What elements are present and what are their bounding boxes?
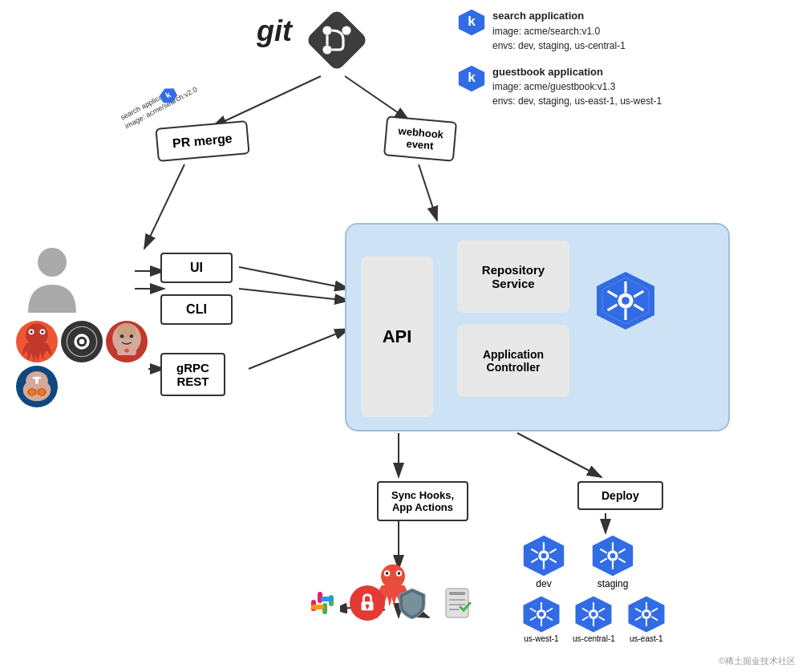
svg-point-51 — [29, 389, 36, 396]
svg-point-66 — [386, 572, 389, 575]
svg-point-67 — [398, 572, 401, 575]
webhook-box: webhook event — [383, 115, 457, 162]
ui-button: UI — [160, 253, 233, 283]
tool-avatar-jenkins — [106, 321, 148, 362]
diagram-container: git search application image: acme/searc… — [0, 0, 802, 672]
svg-point-35 — [41, 330, 43, 333]
svg-rect-79 — [449, 592, 465, 595]
svg-rect-77 — [367, 606, 368, 609]
search-k8s-icon: k — [457, 8, 486, 37]
svg-point-85 — [541, 553, 547, 559]
svg-point-30 — [38, 248, 67, 277]
svg-text:k: k — [468, 13, 476, 29]
svg-point-31 — [26, 323, 48, 346]
svg-point-38 — [79, 339, 85, 345]
pr-search-app-label: search application image: acme/search:v2… — [119, 77, 199, 132]
k8s-staging-label: staging — [597, 578, 629, 589]
cli-button: CLI — [160, 294, 233, 325]
checklist-icon — [439, 585, 475, 621]
svg-point-20 — [322, 26, 331, 34]
svg-line-3 — [144, 164, 184, 249]
svg-rect-73 — [311, 605, 324, 609]
svg-point-40 — [117, 323, 136, 340]
svg-point-56 — [622, 297, 630, 305]
tool-avatar-1 — [16, 321, 58, 362]
svg-line-4 — [419, 164, 437, 221]
tool-avatar-helm — [16, 366, 58, 407]
svg-point-103 — [539, 612, 544, 617]
pr-merge-box: PR merge — [155, 120, 249, 162]
k8s-clusters-bottom: dev staging — [521, 533, 666, 643]
shield-icon — [395, 585, 430, 621]
security-icon — [350, 585, 385, 621]
svg-point-94 — [610, 553, 616, 559]
svg-line-2 — [345, 76, 409, 120]
svg-text:k: k — [468, 69, 476, 85]
svg-line-7 — [239, 267, 349, 289]
svg-rect-19 — [305, 8, 368, 71]
person-svg — [24, 245, 80, 313]
tools-icons-area — [16, 321, 160, 407]
svg-point-52 — [38, 389, 46, 396]
svg-point-21 — [342, 26, 350, 34]
svg-point-42 — [120, 334, 124, 338]
svg-point-34 — [30, 330, 32, 333]
k8s-large-icon — [593, 269, 658, 333]
integration-icons — [305, 585, 475, 621]
repo-service-box: Repository Service — [457, 241, 569, 313]
search-app-info: k search application image: acme/search:… — [457, 8, 662, 53]
user-icon — [24, 245, 80, 316]
svg-point-22 — [322, 45, 331, 54]
svg-rect-68 — [305, 585, 340, 621]
watermark: ©稀土掘金技术社区 — [719, 655, 796, 667]
k8s-useast-label: us-east-1 — [630, 634, 663, 643]
ui-cli-area: UI CLI — [160, 253, 233, 336]
search-app-text: search application image: acme/search:v1… — [492, 8, 626, 53]
api-box: API — [361, 257, 433, 417]
app-controller-box: Application Controller — [457, 325, 569, 397]
git-title: git — [257, 14, 292, 48]
svg-line-1 — [213, 76, 321, 127]
k8s-uscentral-label: us-central-1 — [573, 634, 615, 643]
sync-hooks-box: Sync Hooks, App Actions — [377, 481, 468, 521]
svg-line-12 — [517, 433, 602, 477]
guestbook-app-info: k guestbook application image: acme/gues… — [457, 64, 662, 109]
k8s-dev-label: dev — [536, 578, 551, 589]
svg-line-8 — [239, 289, 349, 301]
svg-rect-74 — [321, 597, 334, 601]
grpc-rest-box: gRPC REST — [160, 353, 225, 396]
deploy-box: Deploy — [577, 481, 663, 510]
svg-line-10 — [249, 329, 349, 369]
svg-point-121 — [644, 612, 649, 617]
k8s-uswest-label: us-west-1 — [524, 634, 558, 643]
svg-point-43 — [130, 334, 133, 338]
guestbook-app-text: guestbook application image: acme/guestb… — [492, 64, 662, 109]
tool-avatar-circleci — [61, 321, 103, 362]
git-logo — [305, 8, 369, 72]
slack-icon — [305, 585, 340, 621]
guestbook-k8s-icon: k — [457, 64, 486, 93]
svg-rect-49 — [35, 377, 38, 384]
app-info-box: k search application image: acme/search:… — [457, 8, 662, 119]
svg-point-112 — [591, 612, 596, 617]
